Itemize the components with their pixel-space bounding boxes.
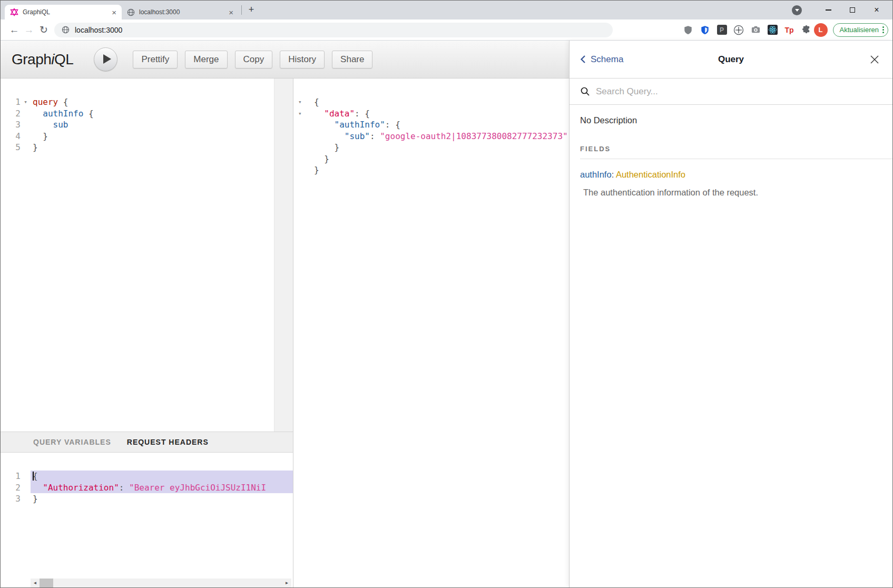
- fold-gutter: [21, 108, 31, 120]
- update-button-label: Aktualisieren: [840, 26, 879, 34]
- minimize-button[interactable]: [820, 4, 837, 16]
- fold-toggle-icon[interactable]: ▾: [21, 96, 31, 108]
- react-devtools-icon[interactable]: [767, 24, 778, 35]
- share-button[interactable]: Share: [332, 51, 372, 68]
- maximize-button[interactable]: [844, 4, 861, 16]
- browser-update-icon[interactable]: [792, 5, 802, 15]
- profile-avatar[interactable]: L: [814, 23, 828, 37]
- ublock-icon[interactable]: [683, 24, 694, 35]
- doc-search-input[interactable]: [596, 86, 882, 97]
- fold-toggle-icon[interactable]: ▾: [293, 108, 312, 120]
- browser-toolbar: ← → ↻ localhost:3000 P: [1, 19, 892, 41]
- menu-kebab-icon[interactable]: [882, 26, 884, 33]
- code-line-1[interactable]: 1{: [1, 471, 293, 482]
- toolbar-buttons: Prettify Merge Copy History Share: [133, 51, 372, 68]
- tab-graphiql[interactable]: GraphiQL ×: [5, 5, 122, 19]
- scrollbar-thumb[interactable]: [40, 579, 53, 587]
- back-icon[interactable]: ←: [7, 24, 22, 36]
- code-line-4: "sub": "google-oauth2|108377380082777232…: [293, 131, 569, 142]
- horizontal-scrollbar[interactable]: ◄ ►: [31, 579, 291, 587]
- code-line-6: }: [293, 153, 569, 165]
- code-text: {: [31, 471, 293, 482]
- graphiql-app: GraphiQL Prettify Merge Copy History Sha…: [1, 41, 892, 587]
- tab-separator: [241, 5, 242, 15]
- doc-close-button[interactable]: [869, 54, 880, 65]
- code-line-2: ▾ "data": {: [293, 108, 569, 120]
- line-number: 1: [1, 96, 21, 108]
- pane-divider[interactable]: [274, 79, 293, 432]
- move-crosshair-icon[interactable]: [733, 24, 744, 35]
- code-text: "data": {: [312, 108, 569, 120]
- tab-close-icon[interactable]: ×: [112, 8, 116, 16]
- copy-button[interactable]: Copy: [235, 51, 273, 68]
- tab-title: localhost:3000: [139, 8, 229, 16]
- code-line-3[interactable]: 3 sub: [1, 119, 293, 131]
- scroll-left-icon[interactable]: ◄: [31, 581, 40, 585]
- bitwarden-icon[interactable]: [700, 24, 711, 35]
- fold-gutter: [21, 471, 31, 482]
- window-controls: ×: [792, 1, 892, 19]
- new-tab-button[interactable]: +: [244, 3, 258, 17]
- code-text: "authInfo": {: [312, 119, 569, 131]
- p-extension-icon[interactable]: P: [717, 24, 728, 35]
- play-icon: [103, 54, 111, 64]
- fold-gutter: [293, 164, 312, 176]
- code-line-1[interactable]: 1▾query {: [1, 96, 293, 108]
- prettify-button[interactable]: Prettify: [133, 51, 178, 68]
- execute-query-button[interactable]: [94, 47, 117, 71]
- camera-icon[interactable]: [750, 24, 761, 35]
- headers-code[interactable]: 1{2 "Authorization": "Bearer eyJhbGciOiJ…: [1, 453, 293, 505]
- code-line-2[interactable]: 2 "Authorization": "Bearer eyJhbGciOiJSU…: [1, 482, 293, 494]
- site-info-globe-icon[interactable]: [62, 26, 70, 34]
- field-type-link[interactable]: AuthenticationInfo: [616, 170, 685, 179]
- code-text: query {: [31, 96, 293, 108]
- code-text: }: [312, 164, 569, 176]
- code-text: }: [312, 142, 569, 153]
- no-description-text: No Description: [580, 115, 882, 125]
- line-number: 5: [1, 142, 21, 153]
- tampermonkey-icon[interactable]: Tp: [784, 24, 795, 35]
- code-line-3[interactable]: 3}: [1, 493, 293, 505]
- scroll-right-icon[interactable]: ►: [282, 581, 291, 585]
- line-number: 1: [1, 471, 21, 482]
- line-number: 3: [1, 493, 21, 505]
- history-button[interactable]: History: [280, 51, 325, 68]
- code-line-4[interactable]: 4 }: [1, 131, 293, 142]
- tab-close-icon[interactable]: ×: [229, 8, 233, 16]
- fold-gutter: [21, 131, 31, 142]
- field-row: authInfo: AuthenticationInfo: [580, 170, 882, 180]
- query-editor[interactable]: 1▾query {2 authInfo {3 sub4 }5}: [1, 79, 293, 432]
- graphiql-favicon-icon: [10, 8, 18, 16]
- tab-localhost[interactable]: localhost:3000 ×: [122, 5, 239, 19]
- query-code[interactable]: 1▾query {2 authInfo {3 sub4 }5}: [1, 79, 293, 153]
- code-line-2[interactable]: 2 authInfo {: [1, 108, 293, 120]
- tab-query-variables[interactable]: QUERY VARIABLES: [33, 438, 111, 446]
- code-text: }: [31, 493, 293, 505]
- window-close-button[interactable]: ×: [868, 4, 885, 16]
- reload-icon[interactable]: ↻: [36, 24, 51, 36]
- code-text: authInfo {: [31, 108, 293, 120]
- code-text: {: [312, 96, 569, 108]
- result-pane: ▾{▾ "data": { "authInfo": { "sub": "goog…: [293, 79, 569, 587]
- doc-back-link[interactable]: Schema: [580, 54, 623, 65]
- fold-toggle-icon[interactable]: ▾: [293, 96, 312, 108]
- tab-title: GraphiQL: [23, 8, 112, 16]
- fold-gutter: [293, 142, 312, 153]
- code-line-5[interactable]: 5}: [1, 142, 293, 153]
- query-pane: 1▾query {2 authInfo {3 sub4 }5} QUERY VA…: [1, 79, 293, 587]
- tab-request-headers[interactable]: REQUEST HEADERS: [127, 438, 209, 446]
- fold-gutter: [293, 119, 312, 131]
- search-icon: [580, 86, 590, 96]
- forward-icon[interactable]: →: [22, 24, 36, 36]
- address-bar[interactable]: localhost:3000: [54, 23, 613, 37]
- fold-gutter: [293, 153, 312, 165]
- fold-gutter: [21, 119, 31, 131]
- code-line-5: }: [293, 142, 569, 153]
- request-headers-editor[interactable]: 1{2 "Authorization": "Bearer eyJhbGciOiJ…: [1, 453, 293, 587]
- merge-button[interactable]: Merge: [185, 51, 227, 68]
- code-text: sub: [31, 119, 293, 131]
- line-number: 3: [1, 119, 21, 131]
- extensions-puzzle-icon[interactable]: [801, 24, 812, 35]
- field-name-link[interactable]: authInfo: [580, 170, 612, 179]
- update-browser-button[interactable]: Aktualisieren: [833, 23, 888, 37]
